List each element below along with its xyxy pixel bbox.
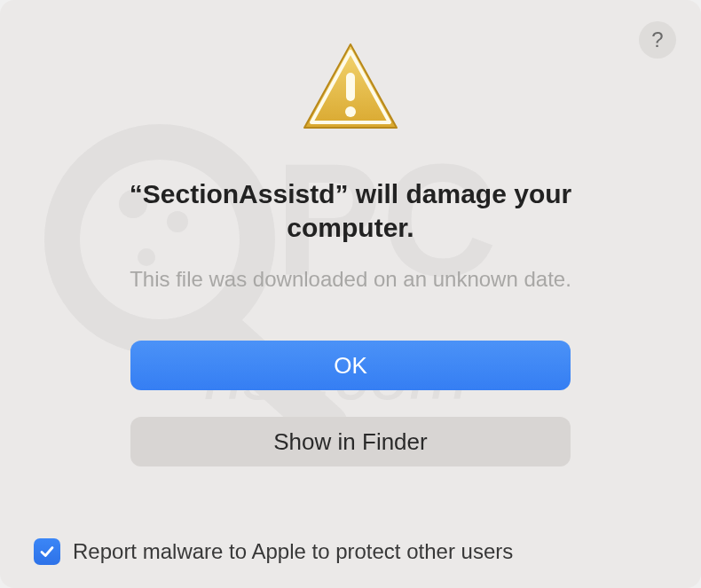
help-button[interactable]: ? [639, 21, 676, 59]
gatekeeper-dialog: PC risk.com ? “SectionAssistd” [0, 0, 701, 588]
report-malware-label: Report malware to Apple to protect other… [73, 539, 513, 564]
warning-icon [295, 35, 406, 145]
dialog-content: “SectionAssistd” will damage your comput… [34, 28, 667, 466]
show-in-finder-button[interactable]: Show in Finder [130, 417, 571, 466]
report-malware-row: Report malware to Apple to protect other… [34, 538, 513, 565]
report-malware-checkbox[interactable] [34, 538, 60, 565]
help-icon: ? [651, 27, 663, 52]
svg-rect-7 [346, 73, 355, 101]
svg-point-8 [345, 106, 356, 117]
dialog-title: “SectionAssistd” will damage your comput… [84, 177, 617, 244]
checkmark-icon [38, 543, 56, 561]
dialog-subtitle: This file was downloaded on an unknown d… [130, 265, 571, 293]
ok-button[interactable]: OK [130, 341, 571, 390]
